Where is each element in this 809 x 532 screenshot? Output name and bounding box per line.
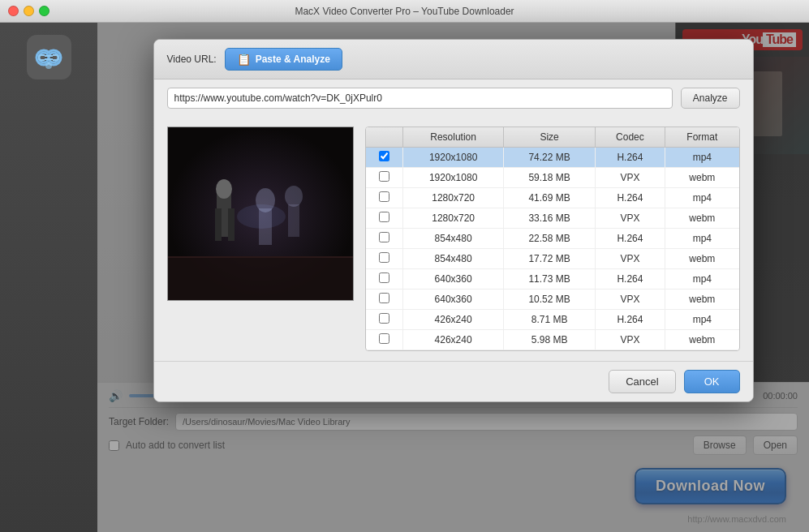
row-checkbox[interactable] [379,313,389,324]
row-format: webm [665,290,739,310]
row-checkbox-cell[interactable] [366,269,403,290]
row-size: 33.16 MB [504,208,595,229]
row-size: 41.69 MB [504,188,595,208]
close-button[interactable] [8,6,19,16]
row-resolution: 854x480 [402,249,504,269]
row-checkbox[interactable] [379,212,389,222]
row-checkbox-cell[interactable] [366,208,403,229]
table-row: 640x36011.73 MBH.264mp4 [366,269,739,290]
row-resolution: 1280x720 [402,188,504,208]
svg-rect-18 [288,204,299,237]
analyze-button[interactable]: Analyze [681,88,740,109]
row-format: mp4 [665,269,739,290]
row-resolution: 1280x720 [402,208,504,229]
table-row: 640x36010.52 MBVPXwebm [366,290,739,310]
row-checkbox-cell[interactable] [366,310,403,330]
row-codec: VPX [595,168,665,188]
sidebar [0,23,97,532]
row-codec: H.264 [595,310,665,330]
movie-still [168,127,353,300]
paste-analyze-button[interactable]: 📋 Paste & Analyze [225,48,342,71]
table-row: 1920x108074.22 MBH.264mp4 [366,148,739,168]
titlebar: MacX Video Converter Pro – YouTube Downl… [0,0,809,23]
col-header-check [366,127,403,148]
dialog-header: Video URL: 📋 Paste & Analyze [154,40,753,79]
col-header-size: Size [504,127,595,148]
row-checkbox-cell[interactable] [366,249,403,269]
table-row: 1280x72041.69 MBH.264mp4 [366,188,739,208]
row-format: webm [665,330,739,350]
row-size: 11.73 MB [504,269,595,290]
format-table-body: 1920x108074.22 MBH.264mp41920x108059.18 … [366,148,739,350]
svg-rect-13 [215,208,222,241]
row-checkbox-cell[interactable] [366,188,403,208]
row-size: 10.52 MB [504,290,595,310]
video-thumbnail [167,127,354,301]
row-size: 17.72 MB [504,249,595,269]
row-resolution: 426x240 [402,310,504,330]
row-resolution: 854x480 [402,229,504,249]
app-logo [27,35,71,79]
row-resolution: 1920x1080 [402,168,504,188]
row-checkbox[interactable] [379,293,389,303]
main-area: You Tube 🔊 00:00:00 [97,23,809,532]
row-checkbox[interactable] [379,151,389,161]
row-codec: VPX [595,249,665,269]
row-checkbox[interactable] [379,272,389,283]
window-title: MacX Video Converter Pro – YouTube Downl… [295,6,514,17]
format-table-wrap: Resolution Size Codec Format 1920x108074… [365,127,740,351]
col-header-resolution: Resolution [402,127,504,148]
row-format: mp4 [665,188,739,208]
row-codec: H.264 [595,188,665,208]
row-resolution: 640x360 [402,290,504,310]
row-checkbox-cell[interactable] [366,168,403,188]
table-header-row: Resolution Size Codec Format [366,127,739,148]
download-dialog: Video URL: 📋 Paste & Analyze Analyze [153,39,754,402]
row-resolution: 640x360 [402,269,504,290]
row-size: 59.18 MB [504,168,595,188]
row-codec: H.264 [595,148,665,168]
col-header-format: Format [665,127,739,148]
clipboard-icon: 📋 [237,53,251,66]
svg-rect-14 [228,208,235,241]
row-format: webm [665,168,739,188]
row-checkbox[interactable] [379,171,389,182]
table-row: 1280x72033.16 MBVPXwebm [366,208,739,229]
row-checkbox[interactable] [379,191,389,202]
minimize-button[interactable] [24,6,34,16]
row-resolution: 1920x1080 [402,148,504,168]
logo-icon [33,42,64,73]
dialog-content: Resolution Size Codec Format 1920x108074… [154,117,753,361]
table-header: Resolution Size Codec Format [366,127,739,148]
maximize-button[interactable] [39,6,49,16]
table-row: 854x48022.58 MBH.264mp4 [366,229,739,249]
app-body: You Tube 🔊 00:00:00 [0,23,809,532]
format-table: Resolution Size Codec Format 1920x108074… [366,127,739,350]
svg-point-17 [285,186,303,207]
row-codec: VPX [595,208,665,229]
row-checkbox-cell[interactable] [366,229,403,249]
row-codec: VPX [595,290,665,310]
window-controls[interactable] [8,6,49,16]
table-row: 1920x108059.18 MBVPXwebm [366,168,739,188]
url-input[interactable] [167,88,673,109]
svg-point-19 [237,204,286,229]
row-checkbox-cell[interactable] [366,148,403,168]
cancel-button[interactable]: Cancel [609,370,675,393]
row-checkbox[interactable] [379,252,389,263]
row-checkbox[interactable] [379,232,389,242]
table-row: 854x48017.72 MBVPXwebm [366,249,739,269]
row-format: mp4 [665,148,739,168]
row-checkbox[interactable] [379,333,389,344]
svg-point-12 [216,179,232,199]
row-size: 5.98 MB [504,330,595,350]
row-codec: H.264 [595,229,665,249]
ok-button[interactable]: OK [684,370,740,393]
table-row: 426x2408.71 MBH.264mp4 [366,310,739,330]
row-checkbox-cell[interactable] [366,290,403,310]
row-resolution: 426x240 [402,330,504,350]
row-codec: H.264 [595,269,665,290]
row-format: mp4 [665,229,739,249]
row-format: webm [665,249,739,269]
row-checkbox-cell[interactable] [366,330,403,350]
